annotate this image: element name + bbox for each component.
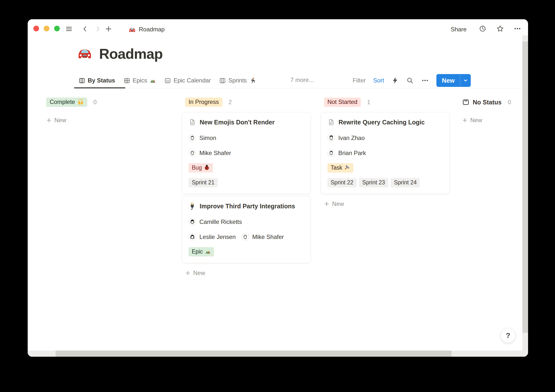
help-button[interactable]: ? [501,328,515,343]
tag-sprint-21: Sprint 21 [189,178,218,187]
add-card-button[interactable]: New [462,115,528,125]
add-card-button[interactable]: New [46,115,175,125]
card-rewrite-query-caching-logic[interactable]: Rewrite Query Caching LogicIvan ZhaoBria… [321,112,449,194]
column-badge-not-started[interactable]: Not Started [324,98,361,107]
card-new-emojis-don-t-render[interactable]: New Emojis Don't RenderSimonMike ShaferB… [182,112,311,194]
board-view: Complete0NewIn Progress2New Emojis Don't… [28,19,528,357]
column-badge-in-progress[interactable]: In Progress [185,98,222,107]
person-simon: Simon [189,134,216,142]
person-row: Brian Park [327,149,443,157]
person-ivan-zhao: Ivan Zhao [327,134,365,142]
tag-row: Epic [189,247,304,256]
vertical-scrollbar-thumb[interactable] [522,41,528,333]
plus-small-icon [46,118,52,123]
column-count: 1 [367,99,370,106]
card-title-label: New Emojis Don't Render [200,118,275,127]
card-title-label: Improve Third Party Integrations [200,202,295,211]
tag-row: Bug [189,163,304,173]
tag-row: Sprint 22Sprint 23Sprint 24 [327,178,443,187]
camille-avatar [189,218,196,226]
person-row: Ivan Zhao [327,134,443,142]
mike-avatar [189,149,196,157]
plus-small-icon [185,270,191,276]
ladybug-emoji [204,165,210,171]
vertical-scrollbar-track [522,35,528,351]
tag-sprint-23: Sprint 23 [359,178,388,187]
mountain-emoji [205,249,211,255]
person-row: Camille Ricketts [189,218,304,226]
tag-row: Sprint 21 [189,178,304,187]
person-mike-shafer: Mike Shafer [189,149,231,157]
person-leslie-jensen: Leslie Jensen [189,233,236,241]
add-card-button[interactable]: New [324,199,449,209]
card-stack: Rewrite Query Caching LogicIvan ZhaoBria… [321,112,449,194]
brian-avatar [327,149,335,157]
person-row: Mike Shafer [189,149,304,157]
plus-small-icon [462,118,468,123]
person-mike-shafer: Mike Shafer [241,233,284,241]
person-brian-park: Brian Park [327,149,366,157]
app-window: Roadmap Share Roadmap By StatusEpicsEpic… [28,19,528,357]
leslie-avatar [189,233,196,241]
tag-sprint-24: Sprint 24 [391,178,420,187]
page-icon [189,118,196,126]
simon-avatar [189,134,196,142]
hammer-emoji [344,165,350,171]
column-count: 0 [508,99,511,106]
page-icon [327,118,335,126]
mike-avatar [241,233,249,241]
tag-epic: Epic [189,247,214,256]
card-improve-third-party-integrations[interactable]: Improve Third Party IntegrationsCamille … [182,196,311,263]
person-row: Leslie JensenMike Shafer [189,233,304,241]
tag-row: Task [327,163,443,173]
tag-sprint-22: Sprint 22 [327,178,357,187]
column-badge-complete[interactable]: Complete [46,98,87,107]
raised-hands-emoji [77,99,84,105]
tag-bug: Bug [189,163,213,173]
tag-task: Task [327,163,353,173]
column-title-no-status[interactable]: No Status [462,98,502,106]
ivan-avatar [327,134,335,142]
card-stack: New Emojis Don't RenderSimonMike ShaferB… [182,112,311,263]
inbox-icon [462,98,470,106]
add-card-button[interactable]: New [185,268,311,278]
plug-emoji [189,202,196,210]
column-complete: Complete0New [46,97,175,125]
column-count: 0 [93,99,97,106]
column-in-progress: In Progress2New Emojis Don't RenderSimon… [182,97,311,278]
person-row: Simon [189,134,304,142]
card-title-label: Rewrite Query Caching Logic [339,118,425,127]
column-count: 2 [229,99,232,106]
person-camille-ricketts: Camille Ricketts [189,218,242,226]
horizontal-scrollbar-thumb[interactable] [56,351,451,357]
column-not-started: Not Started1Rewrite Query Caching LogicI… [321,97,449,209]
plus-small-icon [324,201,329,207]
column-no-status: No Status0New [462,97,528,125]
horizontal-scrollbar-track [28,351,528,357]
